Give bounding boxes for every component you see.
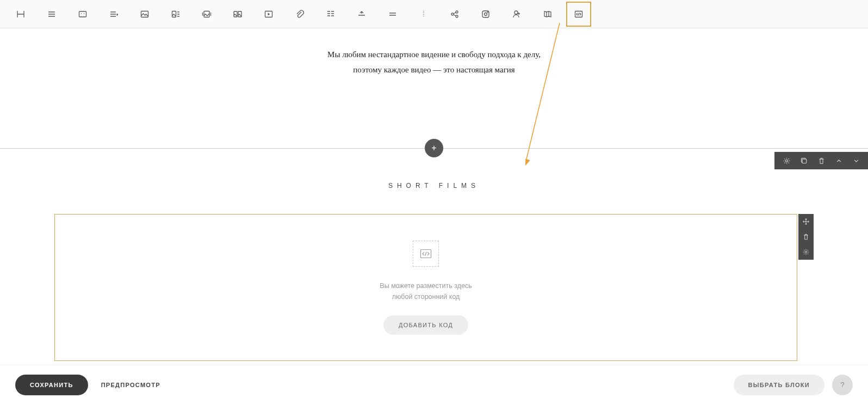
svg-line-19 (525, 23, 560, 163)
share-icon[interactable] (448, 7, 462, 21)
text-icon[interactable] (45, 7, 59, 21)
code-embed-icon[interactable] (572, 7, 586, 21)
top-toolbar (0, 0, 868, 28)
block-duplicate-icon[interactable] (795, 152, 813, 169)
embed-hint-line-2: любой сторонний код (380, 291, 472, 302)
section-title[interactable]: SHORT FILMS (0, 182, 868, 189)
gallery-icon[interactable] (200, 7, 214, 21)
divider-up-icon[interactable] (355, 7, 369, 21)
svg-rect-0 (79, 11, 86, 17)
embed-hint-line-1: Вы можете разместить здесь (380, 280, 472, 291)
intro-line-2: поэтому каждое видео — это настоящая маг… (0, 63, 868, 78)
svg-point-15 (785, 160, 788, 162)
grid-icon[interactable] (231, 7, 245, 21)
element-move-icon[interactable] (798, 214, 814, 229)
quote-icon[interactable] (76, 7, 90, 21)
embed-code-block[interactable]: Вы можете разместить здесь любой сторонн… (54, 214, 797, 361)
block-move-down-icon[interactable] (847, 152, 865, 169)
add-code-button[interactable]: ДОБАВИТЬ КОД (383, 315, 468, 335)
image-text-icon[interactable] (169, 7, 183, 21)
svg-point-12 (487, 11, 488, 12)
block-delete-icon[interactable] (813, 152, 830, 169)
element-side-tools (798, 214, 814, 260)
bottom-bar: СОХРАНИТЬ ПРЕДПРОСМОТР ВЫБРАТЬ БЛОКИ ? (0, 365, 868, 404)
heading-icon[interactable] (14, 7, 28, 21)
embed-placeholder-icon (413, 241, 439, 267)
svg-point-18 (805, 251, 807, 253)
block-toolbar (774, 152, 868, 169)
svg-rect-1 (141, 11, 148, 17)
video-icon[interactable] (262, 7, 276, 21)
image-icon[interactable] (138, 7, 152, 21)
save-button[interactable]: СОХРАНИТЬ (15, 375, 88, 395)
columns-icon[interactable] (324, 7, 338, 21)
preview-link[interactable]: ПРЕДПРОСМОТР (101, 382, 160, 388)
svg-point-8 (456, 11, 458, 13)
block-move-up-icon[interactable] (830, 152, 847, 169)
help-button[interactable]: ? (832, 375, 853, 395)
svg-point-11 (485, 13, 487, 15)
element-settings-icon[interactable] (798, 244, 814, 260)
svg-point-13 (514, 11, 518, 14)
person-icon[interactable] (510, 7, 524, 21)
attachment-icon[interactable] (293, 7, 307, 21)
intro-line-1: Мы любим нестандартное видение и свободу… (0, 47, 868, 63)
editor-canvas: Мы любим нестандартное видение и свободу… (0, 47, 868, 78)
choose-blocks-button[interactable]: ВЫБРАТЬ БЛОКИ (734, 375, 825, 395)
divider-icon[interactable] (386, 7, 400, 21)
map-icon[interactable] (541, 7, 555, 21)
instagram-icon[interactable] (479, 7, 493, 21)
svg-rect-16 (802, 159, 807, 163)
separator-icon[interactable] (417, 7, 431, 21)
block-settings-icon[interactable] (778, 152, 795, 169)
embed-hint-text: Вы можете разместить здесь любой сторонн… (380, 280, 472, 302)
intro-text-block[interactable]: Мы любим нестандартное видение и свободу… (0, 47, 868, 78)
list-icon[interactable] (107, 7, 121, 21)
svg-point-7 (451, 13, 454, 15)
element-delete-icon[interactable] (798, 229, 814, 244)
svg-point-9 (456, 15, 458, 17)
add-block-button-top[interactable]: + (425, 139, 443, 157)
